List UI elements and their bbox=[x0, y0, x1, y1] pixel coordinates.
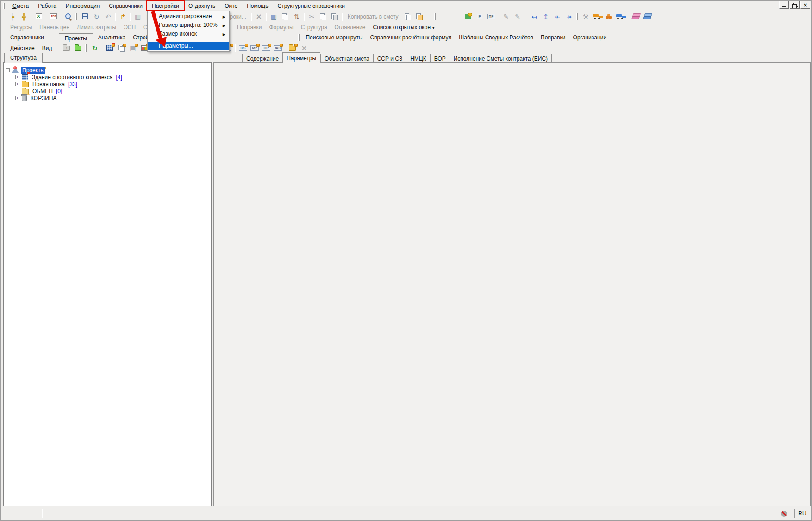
save-icon[interactable] bbox=[79, 12, 91, 22]
menu-smeta[interactable]: Смета bbox=[8, 1, 33, 11]
menu-spravochniki[interactable]: Справочники bbox=[104, 1, 147, 11]
materials-pile-icon[interactable] bbox=[603, 12, 615, 22]
toolbar-grip[interactable] bbox=[85, 44, 87, 52]
tab-popravki-2[interactable]: Поправки bbox=[541, 34, 565, 41]
tab-shablony-svodnyh-raschetov[interactable]: Шаблоны Сводных Расчётов bbox=[459, 34, 533, 41]
tab-analitika[interactable]: Аналитика bbox=[98, 34, 125, 41]
tree-item[interactable]: −Проекты bbox=[6, 67, 210, 74]
menu-item-administrirovanie[interactable]: Администрирование▶ bbox=[148, 12, 229, 21]
export-structure-icon[interactable]: ╞ bbox=[6, 12, 18, 22]
pr-icon[interactable]: ПР bbox=[260, 43, 272, 53]
menu-informatsiya[interactable]: Информация bbox=[61, 1, 104, 11]
menu-item-font-size[interactable]: Размер шрифта: 100%▶ bbox=[148, 21, 229, 30]
resource-pr-icon[interactable]: ПР bbox=[486, 12, 497, 22]
copy-icon[interactable] bbox=[318, 12, 329, 22]
menu-item-icon-size[interactable]: Размер иконок▶ bbox=[148, 30, 229, 38]
tab-vor[interactable]: ВОР bbox=[430, 54, 450, 63]
refresh-tree-icon[interactable]: ↻ bbox=[89, 43, 100, 53]
indent-up-icon[interactable]: ↥ bbox=[540, 12, 552, 22]
tab-nmck[interactable]: НМЦК bbox=[406, 54, 430, 63]
tab-ispolnenie-smety-kontrakta[interactable]: Исполнение Сметы контракта (ЕИС) bbox=[450, 54, 552, 63]
resource-p-icon[interactable]: Р bbox=[474, 12, 486, 22]
tree-expander-icon[interactable]: + bbox=[15, 75, 19, 79]
delete-rows-icon[interactable]: × bbox=[253, 12, 265, 22]
menu-rabota[interactable]: Работа bbox=[33, 1, 61, 11]
paste-smeta-icon[interactable] bbox=[414, 12, 425, 22]
new-folder-icon[interactable] bbox=[287, 43, 298, 53]
tab-popravki[interactable]: Поправки bbox=[237, 24, 262, 31]
tab-esn[interactable]: ЭСН bbox=[124, 24, 136, 31]
tree-item[interactable]: +Здание спортивного комплекса[4] bbox=[6, 74, 210, 81]
close-button[interactable]: × bbox=[800, 1, 810, 9]
tab-soderzhanie[interactable]: Содержание bbox=[242, 54, 282, 63]
toolbar-grip[interactable] bbox=[298, 34, 300, 41]
tab-poiskovye-marshruty[interactable]: Поисковые маршруты bbox=[306, 34, 362, 41]
f3-icon[interactable]: Ф3 bbox=[272, 43, 283, 53]
cabinet-icon[interactable]: ▥ bbox=[132, 12, 144, 22]
unlock-row-icon[interactable]: ↱ bbox=[117, 12, 129, 22]
excel-icon[interactable] bbox=[33, 12, 44, 22]
copy-sheet-icon[interactable] bbox=[402, 12, 414, 22]
undo-icon[interactable]: ↶ bbox=[102, 12, 114, 22]
close-doc-icon[interactable]: × bbox=[298, 43, 310, 53]
tab-panel-tsen[interactable]: Панель цен bbox=[39, 24, 69, 31]
calculator-icon[interactable]: ▦ bbox=[268, 12, 280, 22]
restore-button[interactable] bbox=[790, 1, 800, 9]
tree-item[interactable]: +КОРЗИНА bbox=[6, 94, 210, 101]
menu-vid[interactable]: Вид bbox=[42, 45, 52, 51]
insert-rows-button[interactable]: троки... bbox=[227, 13, 246, 20]
menu-deystvie[interactable]: Действие bbox=[10, 45, 35, 51]
truck-delivery-icon[interactable] bbox=[615, 12, 626, 22]
language-indicator[interactable]: RU bbox=[794, 509, 810, 518]
tab-resursy[interactable]: Ресурсы bbox=[10, 24, 32, 31]
tab-formuly[interactable]: Формулы bbox=[269, 24, 293, 31]
minimize-button[interactable] bbox=[779, 1, 789, 9]
tree-expander-icon[interactable]: + bbox=[15, 82, 19, 86]
menu-strukturnye-spravochniki[interactable]: Структурные справочники bbox=[273, 1, 350, 11]
refresh-icon[interactable]: ↻ bbox=[91, 12, 102, 22]
toolbar-grip[interactable] bbox=[3, 34, 4, 41]
tree-expander-icon[interactable]: + bbox=[15, 96, 19, 100]
import-structure-icon[interactable]: ╬ bbox=[18, 12, 30, 22]
new-object-icon[interactable] bbox=[104, 43, 115, 53]
tab-spravochnik-raschetnyh-formul[interactable]: Справочник расчётных формул bbox=[370, 34, 451, 41]
insert-doc-icon[interactable] bbox=[280, 12, 291, 22]
tab-parametry[interactable]: Параметры bbox=[282, 52, 320, 63]
tab-struktura[interactable]: Структура bbox=[301, 24, 327, 31]
menu-okno[interactable]: Окно bbox=[220, 1, 242, 11]
open-windows-list-button[interactable]: Список открытых окон▾ bbox=[373, 24, 435, 31]
m2-icon[interactable]: М2 bbox=[249, 43, 260, 53]
tab-oglavlenie[interactable]: Оглавление bbox=[335, 24, 366, 31]
menu-otdohnut[interactable]: Отдохнуть bbox=[184, 1, 220, 11]
cut-icon[interactable]: ✂ bbox=[306, 12, 318, 22]
toolbar-grip[interactable] bbox=[57, 44, 58, 52]
truck-materials-icon[interactable] bbox=[592, 12, 603, 22]
tab-obektnaya-smeta[interactable]: Объектная смета bbox=[320, 54, 373, 63]
menu-pomosch[interactable]: Помощь bbox=[242, 1, 273, 11]
tree-item[interactable]: ОБМЕН[0] bbox=[6, 88, 210, 94]
works-icon[interactable]: ⚒ bbox=[580, 12, 592, 22]
toolbar-grip[interactable] bbox=[3, 24, 4, 31]
toolbar-grip[interactable] bbox=[75, 13, 77, 20]
outdent-left-icon[interactable]: ↞ bbox=[552, 12, 563, 22]
toolbar-grip[interactable] bbox=[434, 13, 436, 20]
search-icon[interactable] bbox=[62, 12, 74, 22]
tab-organizatsii[interactable]: Организации bbox=[573, 34, 607, 41]
copy-object-icon[interactable] bbox=[115, 43, 127, 53]
toolbar-grip[interactable] bbox=[54, 34, 55, 41]
edit-rate-icon[interactable]: ✎ bbox=[500, 12, 512, 22]
toolbar-grip[interactable] bbox=[576, 13, 578, 20]
delete-rate-icon[interactable]: ✎ bbox=[512, 12, 524, 22]
tab-structure[interactable]: Структура bbox=[4, 53, 43, 63]
tree-item[interactable]: +Новая папка[33] bbox=[6, 81, 210, 88]
tree-expander-icon[interactable]: − bbox=[6, 68, 10, 72]
move-rows-icon[interactable]: ⇅ bbox=[291, 12, 303, 22]
menubar-grip[interactable] bbox=[3, 3, 5, 9]
tab-limit-zatraty[interactable]: Лимит. затраты bbox=[77, 24, 116, 31]
tab-ssr-i-sz[interactable]: ССР и СЗ bbox=[373, 54, 406, 63]
toolbar-grip[interactable] bbox=[3, 44, 4, 52]
new-doc-icon[interactable]: ▤ bbox=[127, 43, 138, 53]
folder-open-icon[interactable] bbox=[72, 43, 84, 53]
menu-item-parametry[interactable]: Параметры... bbox=[148, 42, 229, 50]
indent-right-icon[interactable]: ↠ bbox=[563, 12, 575, 22]
